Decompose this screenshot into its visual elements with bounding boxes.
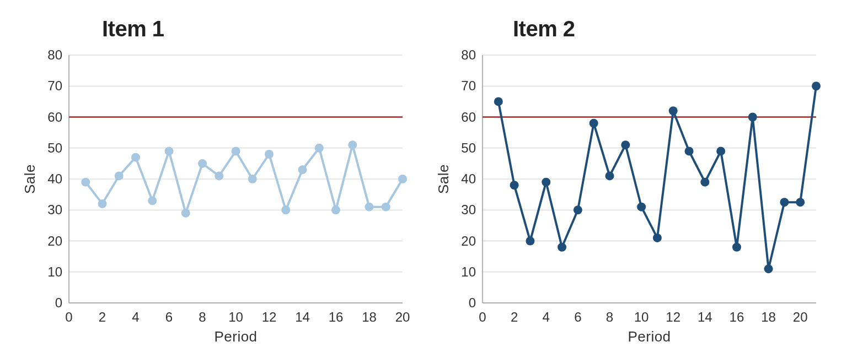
- x-axis-label: Period: [214, 328, 257, 345]
- data-point: [98, 199, 107, 208]
- data-point: [716, 147, 725, 155]
- y-tick-label: 70: [47, 78, 62, 93]
- data-point: [298, 165, 307, 174]
- chart-1-title: Item 1: [102, 17, 164, 41]
- y-tick-label: 30: [461, 202, 476, 217]
- data-point: [748, 113, 757, 122]
- data-point: [653, 234, 662, 242]
- x-tick-label: 18: [761, 310, 776, 324]
- x-tick-label: 14: [295, 310, 310, 324]
- x-tick-label: 8: [199, 310, 206, 324]
- x-tick-label: 18: [362, 310, 377, 324]
- x-tick-label: 16: [730, 310, 744, 324]
- data-point: [732, 243, 741, 252]
- data-point: [131, 153, 140, 162]
- y-tick-label: 0: [469, 295, 476, 310]
- x-tick-label: 14: [698, 310, 712, 324]
- x-tick-label: 20: [395, 310, 410, 324]
- data-point: [348, 140, 357, 149]
- chart-1: 0102030405060708002468101214161820Period…: [17, 44, 414, 352]
- data-point: [398, 175, 407, 183]
- x-tick-label: 20: [793, 310, 808, 324]
- data-point: [574, 205, 582, 214]
- x-tick-label: 2: [99, 310, 106, 324]
- y-tick-label: 40: [461, 171, 476, 186]
- y-tick-label: 80: [461, 47, 476, 62]
- y-tick-label: 20: [461, 234, 476, 248]
- data-point: [812, 82, 821, 90]
- y-tick-label: 70: [461, 78, 476, 93]
- data-point: [81, 178, 90, 187]
- y-tick-label: 40: [47, 171, 62, 186]
- x-tick-label: 10: [634, 310, 649, 324]
- y-tick-label: 20: [47, 234, 62, 248]
- data-point: [526, 237, 534, 246]
- data-point: [232, 147, 240, 155]
- figure-container: Item 1 Item 2 01020304050607080024681012…: [0, 0, 868, 358]
- data-point: [265, 150, 274, 159]
- x-tick-label: 12: [262, 310, 277, 324]
- data-point: [115, 171, 124, 180]
- x-tick-label: 6: [165, 310, 173, 324]
- data-point: [700, 178, 709, 187]
- data-point: [558, 243, 566, 252]
- data-point: [621, 140, 630, 149]
- x-tick-label: 6: [574, 310, 581, 324]
- chart-2: 0102030405060708002468101214161820Period…: [430, 44, 827, 352]
- data-point: [248, 175, 257, 183]
- data-point: [494, 97, 503, 106]
- y-tick-label: 50: [461, 140, 476, 155]
- chart-2-title: Item 2: [513, 17, 575, 41]
- data-point: [215, 171, 223, 180]
- x-tick-label: 10: [228, 310, 243, 324]
- x-tick-label: 8: [606, 310, 613, 324]
- data-point: [542, 178, 550, 187]
- data-point: [685, 147, 694, 155]
- y-tick-label: 60: [47, 110, 62, 124]
- data-point: [590, 119, 598, 128]
- y-tick-label: 10: [461, 264, 476, 279]
- x-tick-label: 4: [543, 310, 550, 324]
- x-tick-label: 12: [666, 310, 681, 324]
- data-point: [198, 159, 207, 168]
- x-tick-label: 16: [329, 310, 344, 324]
- y-tick-label: 50: [47, 140, 62, 155]
- y-tick-label: 80: [47, 47, 62, 62]
- x-axis-label: Period: [628, 328, 671, 345]
- data-point: [148, 196, 157, 205]
- data-point: [637, 203, 646, 211]
- y-tick-label: 30: [47, 202, 62, 217]
- y-axis-label: Sale: [22, 164, 38, 194]
- data-point: [796, 198, 805, 207]
- data-point: [315, 144, 324, 153]
- data-point: [181, 209, 190, 218]
- data-point: [780, 198, 789, 207]
- x-tick-label: 2: [511, 310, 518, 324]
- data-point: [764, 264, 773, 273]
- data-point: [382, 203, 390, 211]
- y-tick-label: 10: [47, 264, 62, 279]
- data-point: [331, 205, 340, 214]
- x-tick-label: 0: [479, 310, 486, 324]
- y-tick-label: 0: [55, 295, 62, 310]
- data-point: [669, 106, 678, 115]
- data-point: [165, 147, 174, 155]
- y-axis-label: Sale: [435, 164, 452, 194]
- x-tick-label: 0: [65, 310, 72, 324]
- x-tick-label: 4: [132, 310, 139, 324]
- data-point: [510, 181, 519, 189]
- data-point: [605, 171, 614, 180]
- y-tick-label: 60: [461, 110, 476, 124]
- data-point: [281, 205, 290, 214]
- data-point: [365, 203, 374, 211]
